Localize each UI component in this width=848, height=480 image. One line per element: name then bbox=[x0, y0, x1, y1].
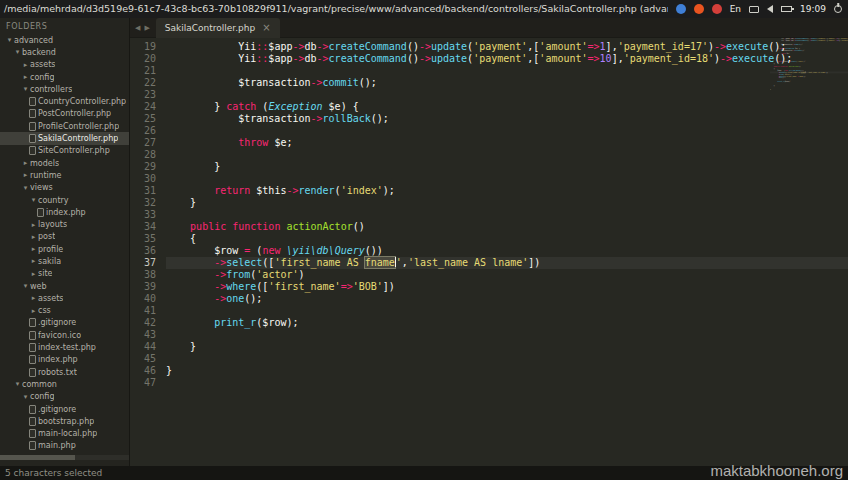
code-line-41[interactable] bbox=[166, 305, 848, 317]
folder-open-arrow-icon[interactable]: ▾ bbox=[21, 184, 30, 192]
sidebar-item-gitignore[interactable]: .gitignore bbox=[0, 403, 129, 415]
sidebar-item-index-php[interactable]: index.php bbox=[0, 354, 129, 366]
code-line-24[interactable]: } catch (Exception $e) { bbox=[166, 101, 848, 113]
mail-icon[interactable] bbox=[749, 6, 759, 13]
folder-closed-arrow-icon[interactable]: ▸ bbox=[29, 294, 38, 302]
folder-open-arrow-icon[interactable]: ▾ bbox=[21, 85, 30, 93]
folder-open-arrow-icon[interactable]: ▾ bbox=[5, 36, 14, 44]
sidebar-item-robots-txt[interactable]: robots.txt bbox=[0, 366, 129, 378]
tab-close-icon[interactable]: × bbox=[262, 22, 270, 33]
sidebar-item-index-php[interactable]: index.php bbox=[0, 206, 129, 218]
folder-open-arrow-icon[interactable]: ▾ bbox=[13, 380, 22, 388]
sidebar-item-post[interactable]: ▸post bbox=[0, 231, 129, 243]
sidebar-item-site[interactable]: ▸site bbox=[0, 268, 129, 280]
minimap[interactable]: Yii::$app->db->createCommand()->update('… bbox=[770, 38, 848, 466]
code-lines[interactable]: Yii::$app->db->createCommand()->update('… bbox=[156, 41, 848, 466]
code-line-34[interactable]: public function actionActor() bbox=[166, 221, 848, 233]
code-line-47[interactable] bbox=[166, 377, 848, 389]
clock[interactable]: 19:09 bbox=[800, 0, 826, 18]
code-line-39[interactable]: ->where(['first_name'=>'BOB']) bbox=[166, 281, 848, 293]
code-line-22[interactable]: $transaction->commit(); bbox=[166, 77, 848, 89]
sidebar-item-postcontroller-php[interactable]: PostController.php bbox=[0, 108, 129, 120]
code-line-23[interactable] bbox=[166, 89, 848, 101]
gutter: 1920212223242526272829303132333435363738… bbox=[130, 41, 156, 466]
folder-closed-arrow-icon[interactable]: ▸ bbox=[29, 233, 38, 241]
sidebar-item-layouts[interactable]: ▸layouts bbox=[0, 218, 129, 230]
sidebar-item-main-php[interactable]: main.php bbox=[0, 440, 129, 452]
sidebar-scrollbar-thumb[interactable] bbox=[0, 455, 75, 460]
code-line-30[interactable] bbox=[166, 173, 848, 185]
folder-open-arrow-icon[interactable]: ▾ bbox=[21, 393, 30, 401]
battery-icon[interactable] bbox=[781, 6, 792, 12]
tab-scroll-left-icon[interactable]: ◀ bbox=[135, 24, 140, 32]
tab-sakilacontroller-php[interactable]: SakilaController.php × bbox=[156, 18, 280, 38]
sidebar-item-config[interactable]: ▸config bbox=[0, 71, 129, 83]
sidebar-item-views[interactable]: ▾views bbox=[0, 182, 129, 194]
sidebar-item-web[interactable]: ▾web bbox=[0, 280, 129, 292]
code-line-33[interactable] bbox=[166, 209, 848, 221]
sidebar-item-gitignore[interactable]: .gitignore bbox=[0, 317, 129, 329]
sidebar-item-country[interactable]: ▾country bbox=[0, 194, 129, 206]
code-line-44[interactable]: } bbox=[166, 341, 848, 353]
folder-closed-arrow-icon[interactable]: ▸ bbox=[21, 61, 30, 69]
sidebar-item-advanced[interactable]: ▾advanced bbox=[0, 34, 129, 46]
code-line-46[interactable]: } bbox=[166, 365, 848, 377]
sidebar-item-countrycontroller-php[interactable]: CountryController.php bbox=[0, 95, 129, 107]
sidebar-item-common[interactable]: ▾common bbox=[0, 378, 129, 390]
code-line-32[interactable]: } bbox=[166, 197, 848, 209]
tab-scroll-right-icon[interactable]: ▶ bbox=[144, 24, 149, 32]
sidebar-item-profilecontroller-php[interactable]: ProfileController.php bbox=[0, 120, 129, 132]
input-language-indicator[interactable]: En bbox=[730, 0, 741, 18]
sidebar-item-main-local-php[interactable]: main-local.php bbox=[0, 428, 129, 440]
folder-open-arrow-icon[interactable]: ▾ bbox=[21, 282, 30, 290]
sidebar-item-models[interactable]: ▸models bbox=[0, 157, 129, 169]
sidebar-item-css[interactable]: ▸css bbox=[0, 305, 129, 317]
folder-open-arrow-icon[interactable]: ▾ bbox=[13, 48, 22, 56]
sidebar-item-assets[interactable]: ▸assets bbox=[0, 59, 129, 71]
code-line-38[interactable]: ->from('actor') bbox=[166, 269, 848, 281]
code-line-21[interactable] bbox=[166, 65, 848, 77]
folder-closed-arrow-icon[interactable]: ▸ bbox=[21, 73, 30, 81]
folder-closed-arrow-icon[interactable]: ▸ bbox=[21, 159, 30, 167]
code-line-40[interactable]: ->one(); bbox=[166, 293, 848, 305]
code-line-19[interactable]: Yii::$app->db->createCommand()->update('… bbox=[166, 41, 848, 53]
sidebar-item-bootstrap-php[interactable]: bootstrap.php bbox=[0, 415, 129, 427]
sidebar-item-controllers[interactable]: ▾controllers bbox=[0, 83, 129, 95]
sidebar-item-favicon-ico[interactable]: favicon.ico bbox=[0, 329, 129, 341]
sidebar-item-profile[interactable]: ▸profile bbox=[0, 243, 129, 255]
folder-closed-arrow-icon[interactable]: ▸ bbox=[29, 257, 38, 265]
sidebar-item-index-test-php[interactable]: index-test.php bbox=[0, 341, 129, 353]
app-icon-blue[interactable] bbox=[676, 4, 686, 14]
code-line-36[interactable]: $row = (new \yii\db\Query()) bbox=[166, 245, 848, 257]
power-icon[interactable] bbox=[834, 5, 842, 13]
sidebar-item-sakilacontroller-php[interactable]: SakilaController.php bbox=[0, 132, 129, 144]
code-line-37[interactable]: ->select(['first_name AS fname','last_na… bbox=[166, 257, 848, 269]
code-line-42[interactable]: print_r($row); bbox=[166, 317, 848, 329]
app-icon-orange[interactable] bbox=[694, 4, 704, 14]
code-line-27[interactable]: throw $e; bbox=[166, 137, 848, 149]
sidebar-item-sitecontroller-php[interactable]: SiteController.php bbox=[0, 145, 129, 157]
folder-open-arrow-icon[interactable]: ▾ bbox=[29, 196, 38, 204]
code-line-45[interactable] bbox=[166, 353, 848, 365]
sidebar-item-assets[interactable]: ▸assets bbox=[0, 292, 129, 304]
sidebar-item-sakila[interactable]: ▸sakila bbox=[0, 255, 129, 267]
code-line-20[interactable]: Yii::$app->db->createCommand()->update('… bbox=[166, 53, 848, 65]
code-line-35[interactable]: { bbox=[166, 233, 848, 245]
sidebar-scrollbar[interactable] bbox=[0, 455, 129, 460]
code-line-31[interactable]: return $this->render('index'); bbox=[166, 185, 848, 197]
code-line-26[interactable] bbox=[166, 125, 848, 137]
folder-closed-arrow-icon[interactable]: ▸ bbox=[29, 270, 38, 278]
sidebar-item-runtime[interactable]: ▸runtime bbox=[0, 169, 129, 181]
code-line-29[interactable]: } bbox=[166, 161, 848, 173]
folder-closed-arrow-icon[interactable]: ▸ bbox=[29, 307, 38, 315]
sidebar-item-backend[interactable]: ▾backend bbox=[0, 46, 129, 58]
folder-closed-arrow-icon[interactable]: ▸ bbox=[29, 245, 38, 253]
volume-icon[interactable] bbox=[767, 5, 773, 13]
app-icon-red[interactable] bbox=[712, 4, 722, 14]
folder-closed-arrow-icon[interactable]: ▸ bbox=[29, 221, 38, 229]
code-line-43[interactable] bbox=[166, 329, 848, 341]
folder-closed-arrow-icon[interactable]: ▸ bbox=[21, 171, 30, 179]
sidebar-item-config[interactable]: ▾config bbox=[0, 391, 129, 403]
code-line-28[interactable] bbox=[166, 149, 848, 161]
code-line-25[interactable]: $transaction->rollBack(); bbox=[166, 113, 848, 125]
